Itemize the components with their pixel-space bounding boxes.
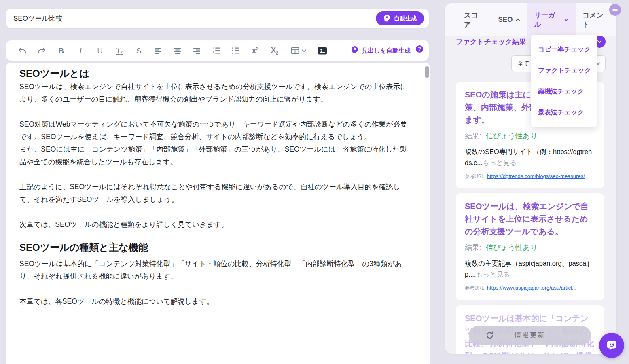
editor-scrollbar[interactable] (425, 65, 429, 362)
subscript-button[interactable]: X2 (265, 42, 284, 59)
clear-format-button[interactable]: Tx (110, 42, 129, 59)
panel-minimize-button[interactable] (609, 4, 621, 16)
bullet-list-icon (232, 47, 240, 54)
show-more-link[interactable]: もっと見る (476, 271, 510, 278)
superscript-button[interactable]: x2 (246, 42, 265, 59)
reference-link[interactable]: https://dgtrends.com/blogs/seo-measures/ (487, 173, 585, 179)
align-right-button[interactable] (187, 42, 207, 59)
chat-smiley-icon (605, 339, 618, 352)
editor-blank-line (19, 283, 410, 295)
factcheck-evidence: 複数の主要記事（aspicjapan.org、pascaljp....もっと見る (465, 258, 595, 280)
factcheck-result-row: 結果: 信ぴょう性あり (465, 131, 595, 141)
editor-paragraph: 次章では、SEOツールの機能と種類をより詳しく見ていきます。 (19, 218, 410, 231)
editor-paragraph: SEO対策はWebマーケティングにおいて不可欠な施策の一つであり、キーワード選定… (19, 118, 410, 143)
editor-paragraph: SEOツールは基本的に「コンテンツ対策特化型」「サイト・順位の比較、分析特化型」… (19, 258, 410, 283)
factcheck-claim: SEOツールは、検索エンジンで自社サイトを上位に表示させるための分析支援ツールで… (465, 200, 595, 238)
editor-content-area[interactable]: SEOツールとは SEOツールは、検索エンジンで自社サイトを上位に表示させるため… (6, 63, 430, 364)
italic-button[interactable]: I (71, 42, 90, 59)
menu-item-keihyoho-check[interactable]: 景表法チェック (531, 102, 597, 123)
result-value: 信ぴょう性あり (486, 243, 538, 252)
subscript-icon: X2 (271, 46, 278, 55)
result-value: 信ぴょう性あり (486, 132, 538, 140)
italic-icon: I (79, 47, 82, 55)
ordered-list-button[interactable]: 123 (207, 42, 226, 59)
bullet-list-button[interactable] (226, 42, 246, 59)
align-center-icon (174, 47, 182, 54)
redo-button[interactable] (32, 42, 51, 59)
editor-paragraph: 本章では、各SEOツールの特徴と機能について解説します。 (19, 295, 410, 308)
editor-paragraph: 上記のように、SEOツールにはそれぞれ得意なことや付帯する機能に違いがあるので、… (19, 181, 410, 206)
ai-head-icon (383, 14, 391, 23)
underline-button[interactable]: U (90, 42, 110, 59)
undo-button[interactable] (13, 42, 32, 59)
editor-paragraph: また、SEOには主に「コンテンツ施策」「内部施策」「外部施策」の三つがあり、SE… (19, 143, 410, 168)
legal-dropdown-menu: コピー率チェック ファクトチェック 薬機法チェック 景表法チェック (531, 35, 597, 127)
auto-generate-label: 自動生成 (394, 15, 417, 22)
document-title-input[interactable]: SEOツール比較 (13, 14, 63, 23)
factcheck-card: SEOツールは、検索エンジンで自社サイトを上位に表示させるための分析支援ツールで… (456, 193, 604, 300)
bold-icon: B (58, 47, 64, 55)
reference-label: 参考URL: (465, 285, 485, 291)
menu-item-copy-rate-check[interactable]: コピー率チェック (531, 39, 597, 60)
align-left-icon (154, 47, 162, 54)
align-center-button[interactable] (168, 42, 187, 59)
chevron-down-icon (302, 49, 306, 52)
tab-score[interactable]: スコア (457, 3, 491, 36)
table-button[interactable] (284, 42, 313, 59)
factcheck-section-title: ファクトチェック結果 (456, 37, 526, 47)
factcheck-result-row: 結果: 信ぴょう性あり (465, 243, 595, 252)
help-icon[interactable]: ? (416, 45, 423, 53)
reference-label: 参考URL: (465, 174, 485, 179)
auto-generate-button[interactable]: 自動生成 (376, 11, 424, 25)
menu-item-yakkiho-check[interactable]: 薬機法チェック (531, 81, 597, 102)
underline-icon: U (97, 47, 103, 55)
heading-auto-generate-button[interactable]: 見出しを自動生成 ? (351, 46, 423, 55)
insert-image-button[interactable] (313, 42, 332, 59)
factcheck-evidence: 複数のSEO専門サイト（例：https://dgtrends.c...もっと見る (465, 146, 595, 168)
refresh-icon (485, 330, 495, 340)
tab-seo[interactable]: SEO (491, 3, 527, 36)
chevron-down-icon (564, 18, 569, 21)
refresh-info-button[interactable]: 情報更新 (469, 326, 591, 345)
editor-scrollbar-thumb[interactable] (425, 66, 429, 78)
document-title-bar: SEOツール比較 自動生成 (6, 9, 429, 28)
strikethrough-icon: S (136, 47, 142, 55)
chat-support-button[interactable] (599, 333, 624, 358)
heading-auto-generate-label: 見出しを自動生成 (362, 47, 411, 55)
panel-tab-bar: スコア SEO リーガル コメント (445, 3, 616, 36)
app-background: SEOツール比較 自動生成 B I U Tx S 123 x2 X2 (0, 0, 629, 364)
chevron-down-icon (597, 40, 602, 43)
clear-format-icon: Tx (116, 47, 123, 55)
reference-row: 参考URL: https://www.aspicjapan.org/asu/ar… (465, 285, 595, 292)
menu-item-fact-check[interactable]: ファクトチェック (531, 60, 597, 81)
editor-blank-line (19, 206, 410, 218)
bold-button[interactable]: B (51, 42, 71, 59)
show-more-link[interactable]: もっと見る (483, 159, 517, 166)
chevron-up-icon (515, 18, 520, 21)
ordered-list-icon: 123 (212, 47, 220, 54)
filter-selected-value: 全て (517, 60, 529, 68)
refresh-label: 情報更新 (515, 331, 545, 340)
reference-link[interactable]: https://www.aspicjapan.org/asu/articl... (487, 285, 576, 291)
result-label: 結果: (465, 243, 481, 252)
tab-legal[interactable]: リーガル (527, 3, 575, 36)
superscript-icon: x2 (252, 46, 258, 55)
svg-text:3: 3 (213, 52, 214, 54)
image-icon (318, 47, 327, 55)
editor-heading-1: SEOツールとは (19, 67, 410, 80)
minus-icon (612, 9, 618, 11)
editor-toolbar: B I U Tx S 123 x2 X2 見出しを自動生成 ? (6, 40, 429, 61)
editor-blank-line (19, 168, 410, 181)
strikethrough-button[interactable]: S (129, 42, 148, 59)
ai-head-icon (351, 46, 359, 55)
align-left-button[interactable] (148, 42, 168, 59)
reference-row: 参考URL: https://dgtrends.com/blogs/seo-me… (465, 173, 595, 180)
align-right-icon (193, 47, 201, 54)
editor-blank-line (19, 106, 410, 118)
editor-paragraph: SEOツールは、検索エンジンで自社サイトを上位に表示させるための分析支援ツールで… (19, 80, 410, 106)
editor-heading-2: SEOツールの種類と主な機能 (19, 241, 410, 254)
table-icon (291, 47, 299, 54)
result-label: 結果: (465, 132, 481, 140)
